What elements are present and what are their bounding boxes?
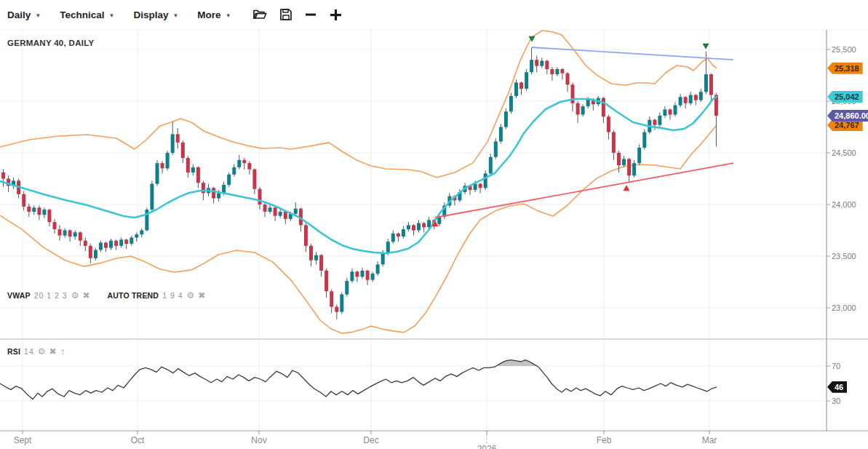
more-menu-label: More xyxy=(197,9,220,20)
rsi-settings-gear-icon[interactable]: ⚙ xyxy=(38,347,46,356)
price-tick-label: 24,500 xyxy=(832,148,856,157)
chart-canvas[interactable] xyxy=(0,0,868,449)
rsi-label: RSI xyxy=(7,347,20,356)
month-label: Sept xyxy=(14,435,32,445)
price-tick-label: 23,000 xyxy=(832,303,856,312)
year-label: 2026 xyxy=(477,444,497,449)
auto-trend-close-icon[interactable]: ✖ xyxy=(198,291,205,300)
month-label: Oct xyxy=(131,435,145,445)
rsi-tick-label: 70 xyxy=(832,362,840,370)
month-label: Mar xyxy=(702,435,717,445)
vwap-label: VWAP xyxy=(7,291,31,300)
chevron-down-icon: ▼ xyxy=(108,11,114,19)
price-tick-label: 24,000 xyxy=(832,200,856,209)
vwap-close-icon[interactable]: ✖ xyxy=(82,291,89,300)
technical-menu[interactable]: Technical ▼ xyxy=(60,9,114,20)
vwap-params: 20 1 2 3 xyxy=(34,291,68,300)
charting-app: Daily ▼ Technical ▼ Display ▼ More ▼ GER… xyxy=(0,0,868,449)
indicator-row-rsi: RSI 14 ⚙ ✖ ↑ xyxy=(7,346,65,357)
price-badge: 25,042 xyxy=(827,91,863,103)
save-icon[interactable] xyxy=(280,7,292,22)
timeframe-menu[interactable]: Daily ▼ xyxy=(7,9,41,20)
auto-trend-settings-gear-icon[interactable]: ⚙ xyxy=(187,291,195,300)
open-folder-icon[interactable] xyxy=(253,7,267,22)
auto-trend-label: AUTO TREND xyxy=(108,291,159,300)
more-menu[interactable]: More ▼ xyxy=(197,9,231,20)
display-menu-label: Display xyxy=(133,9,168,20)
chevron-down-icon: ▼ xyxy=(226,11,231,19)
price-tick-label: 25,500 xyxy=(832,45,856,54)
technical-menu-label: Technical xyxy=(60,9,104,20)
zoom-in-icon[interactable] xyxy=(330,7,342,22)
auto-trend-params: 1 9 4 xyxy=(162,291,183,300)
rsi-params: 14 xyxy=(24,347,34,356)
month-label: Feb xyxy=(597,435,612,445)
price-tick-label: 23,500 xyxy=(832,252,856,261)
rsi-close-icon[interactable]: ✖ xyxy=(49,347,57,356)
zoom-out-icon[interactable] xyxy=(305,7,316,22)
timeframe-menu-label: Daily xyxy=(7,9,31,20)
toolbar: Daily ▼ Technical ▼ Display ▼ More ▼ xyxy=(0,0,868,29)
rsi-tick-label: 30 xyxy=(832,397,840,405)
month-label: Dec xyxy=(363,435,378,445)
indicator-row-main: VWAP 20 1 2 3 ⚙ ✖ AUTO TREND 1 9 4 ⚙ ✖ xyxy=(7,291,205,300)
price-badge: 24,860.00 xyxy=(827,110,868,122)
vwap-settings-gear-icon[interactable]: ⚙ xyxy=(71,291,79,300)
move-panel-up-icon[interactable]: ↑ xyxy=(60,346,65,357)
price-badge: 25,318 xyxy=(827,63,863,74)
symbol-label: GERMANY 40, DAILY xyxy=(7,39,95,47)
chevron-down-icon: ▼ xyxy=(35,11,41,19)
chevron-down-icon: ▼ xyxy=(172,11,178,19)
display-menu[interactable]: Display ▼ xyxy=(133,9,178,20)
month-label: Nov xyxy=(251,435,266,445)
